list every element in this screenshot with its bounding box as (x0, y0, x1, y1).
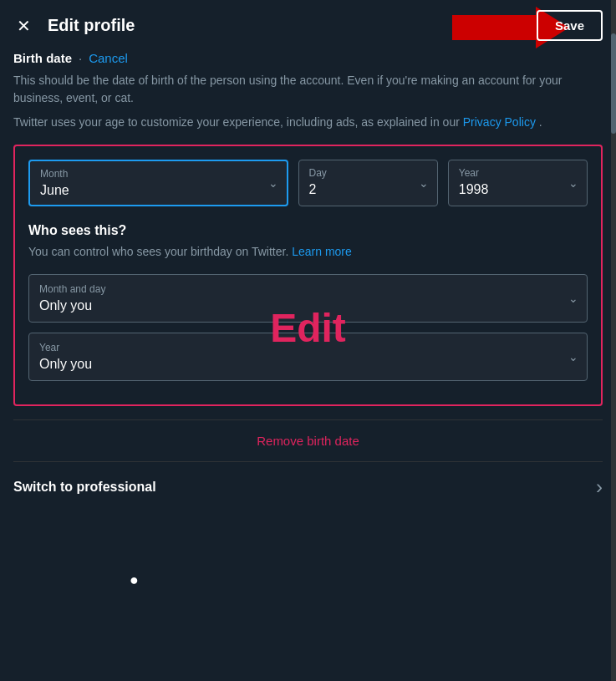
separator: · (79, 51, 82, 65)
year-visibility-chevron-icon: ⌄ (568, 350, 578, 363)
switch-professional-item[interactable]: Switch to professional › (0, 462, 616, 512)
year-value: 1998 (459, 182, 577, 197)
visibility-section: Month and day Only you ⌄ Edit Year Only … (28, 274, 588, 381)
day-chevron-icon: ⌄ (419, 176, 429, 190)
who-sees-title: Who sees this? (28, 223, 588, 238)
month-chevron-icon: ⌄ (268, 176, 278, 190)
year-visibility-label: Year (39, 342, 577, 353)
year-label: Year (459, 167, 577, 179)
month-label: Month (40, 168, 277, 180)
day-selector[interactable]: Day 2 ⌄ (298, 160, 438, 206)
year-visibility-dropdown[interactable]: Year Only you ⌄ (28, 333, 588, 381)
switch-professional-chevron-icon: › (596, 475, 603, 499)
page-title: Edit profile (48, 16, 135, 35)
birth-date-label: Birth date (13, 51, 72, 65)
who-sees-section: Who sees this? You can control who sees … (28, 223, 588, 261)
day-label: Day (309, 167, 427, 179)
month-day-visibility-value: Only you (39, 298, 577, 313)
scrollbar-track (611, 0, 616, 681)
year-selector[interactable]: Year 1998 ⌄ (448, 160, 588, 206)
privacy-policy-text: Twitter uses your age to customize your … (13, 114, 603, 131)
cancel-link[interactable]: Cancel (89, 51, 128, 65)
month-day-visibility-label: Month and day (39, 283, 577, 295)
date-selectors-row: Month June ⌄ Day 2 ⌄ Year 1998 ⌄ (28, 160, 588, 206)
save-button[interactable]: Save (537, 10, 603, 41)
close-icon: ✕ (17, 17, 31, 35)
year-chevron-icon: ⌄ (568, 176, 578, 190)
switch-professional-label: Switch to professional (13, 480, 156, 495)
month-day-visibility-dropdown[interactable]: Month and day Only you ⌄ (28, 274, 588, 323)
month-day-visibility-chevron-icon: ⌄ (568, 292, 578, 305)
scrollbar-thumb[interactable] (611, 33, 616, 134)
close-button[interactable]: ✕ (13, 13, 34, 39)
birth-date-header: Birth date · Cancel (13, 51, 603, 65)
month-value: June (40, 183, 277, 198)
who-sees-description: You can control who sees your birthday o… (28, 243, 588, 261)
privacy-policy-link[interactable]: Privacy Policy (463, 115, 536, 129)
year-visibility-value: Only you (39, 357, 577, 372)
learn-more-link[interactable]: Learn more (292, 245, 352, 258)
birth-date-section: Month June ⌄ Day 2 ⌄ Year 1998 ⌄ Who see… (13, 145, 603, 406)
remove-birth-date-button[interactable]: Remove birth date (13, 419, 603, 462)
cursor-indicator: ● (130, 572, 139, 589)
birth-date-description: This should be the date of birth of the … (13, 72, 603, 107)
month-selector[interactable]: Month June ⌄ (28, 160, 288, 206)
day-value: 2 (309, 182, 427, 197)
